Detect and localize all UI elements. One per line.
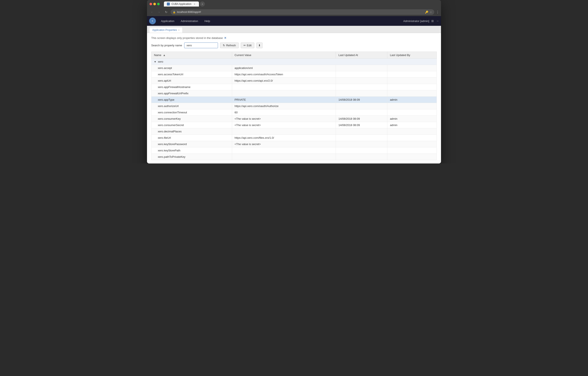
edit-button[interactable]: ✏ Edit <box>241 43 254 48</box>
address-bar[interactable]: 🔒 localhost:8080/app/#! 🔑 ☆ <box>171 9 434 15</box>
table-row[interactable]: xero.consumerKey<The value is secret>14/… <box>151 116 437 122</box>
cell-value: https://api.xero.com/oauth/AccessToken <box>232 71 336 77</box>
table-header-row: Name ▲ Current Value Last Updated At Las… <box>151 52 437 59</box>
url-text: localhost:8080/app/#! <box>177 11 201 13</box>
cell-value: <The value is secret> <box>232 116 336 122</box>
svg-text:C: C <box>152 20 153 22</box>
nav-item-administration[interactable]: Administration <box>178 18 201 24</box>
cell-value <box>232 154 336 160</box>
cell-value <box>232 128 336 135</box>
forward-button[interactable]: › <box>156 9 162 15</box>
app-nav-right: Administrator [admin] ⊞ → <box>403 19 439 23</box>
address-bar-actions: 🔑 ☆ <box>425 11 432 14</box>
screen-tab-application-properties[interactable]: Application Properties × <box>149 27 183 33</box>
minimize-button[interactable] <box>153 3 156 5</box>
cell-name: xero.authorizeUrl <box>151 103 232 109</box>
cell-updated-at <box>336 154 387 160</box>
app-navbar: C Application Administration Help Admini… <box>147 16 441 26</box>
search-input[interactable] <box>184 43 218 48</box>
column-header-updated-by[interactable]: Last Updated By <box>387 52 437 59</box>
traffic-lights <box>149 3 160 5</box>
cell-updated-at <box>336 147 387 154</box>
cell-updated-by <box>387 90 437 97</box>
cell-updated-by <box>387 128 437 135</box>
cell-name: xero.accept <box>151 65 232 71</box>
screen-tab-close-button[interactable]: × <box>178 29 179 31</box>
table-row[interactable]: xero.fileUrlhttps://api.xero.com/files.x… <box>151 135 437 141</box>
cell-updated-by <box>387 135 437 141</box>
table-row[interactable]: xero.consumerSecret<The value is secret>… <box>151 122 437 128</box>
key-icon[interactable]: 🔑 <box>425 11 428 14</box>
table-row[interactable]: xero.authorizeUrlhttps://api.xero.com/oa… <box>151 103 437 109</box>
refresh-button[interactable]: ↻ Refresh <box>220 43 239 48</box>
star-icon[interactable]: ☆ <box>430 11 432 14</box>
table-row[interactable]: xero.decimalPlaces <box>151 128 437 135</box>
cell-name: xero.consumerKey <box>151 116 232 122</box>
column-header-updated-at[interactable]: Last Updated At <box>336 52 387 59</box>
cell-updated-at <box>336 90 387 97</box>
browser-menu-button[interactable]: ⋮ <box>436 10 439 14</box>
cell-name: xero.apiUrl <box>151 77 232 84</box>
cell-updated-at: 14/08/2018 08:09 <box>336 97 387 103</box>
logo-letter: C <box>150 18 155 24</box>
cell-updated-at <box>336 141 387 147</box>
cell-updated-by <box>387 77 437 84</box>
screen-tab-label: Application Properties <box>152 29 177 32</box>
download-button[interactable]: ⬇ <box>256 43 262 48</box>
table-row[interactable]: xero.keyStorePath <box>151 147 437 154</box>
table-row[interactable]: xero.keyStorePassword<The value is secre… <box>151 141 437 147</box>
browser-controls: ‹ › ↻ 🔒 localhost:8080/app/#! 🔑 ☆ ⋮ <box>147 8 441 16</box>
cell-value <box>232 147 336 154</box>
cell-value: application/xml <box>232 65 336 71</box>
cell-updated-by <box>387 154 437 160</box>
column-header-name[interactable]: Name ▲ <box>151 52 232 59</box>
cell-updated-at <box>336 84 387 90</box>
cuba-logo-icon: C <box>150 18 155 23</box>
close-button[interactable] <box>149 3 152 5</box>
group-cell: ▼ xero <box>151 59 437 65</box>
nav-item-help[interactable]: Help <box>201 18 213 24</box>
cell-updated-by <box>387 109 437 116</box>
cell-updated-by <box>387 84 437 90</box>
table-row[interactable]: xero.connectionTimeout60 <box>151 109 437 116</box>
table-row[interactable]: xero.apiUrlhttps://api.xero.com/api.xro/… <box>151 77 437 84</box>
table-row[interactable]: xero.appFirewallUrlPrefix <box>151 90 437 97</box>
cell-updated-at <box>336 71 387 77</box>
table-row[interactable]: xero.pathToPrivateKey <box>151 154 437 160</box>
cell-value: https://api.xero.com/api.xro/2.0/ <box>232 77 336 84</box>
info-bar-close-button[interactable]: ✕ <box>224 36 226 40</box>
sort-icon: ▲ <box>163 54 166 57</box>
group-toggle-icon[interactable]: ▼ <box>154 60 156 63</box>
grid-icon[interactable]: ⊞ <box>431 19 434 23</box>
cell-updated-at <box>336 128 387 135</box>
edit-icon: ✏ <box>243 44 246 47</box>
table-row[interactable]: xero.appFirewallHostname <box>151 84 437 90</box>
active-browser-tab[interactable]: CUBA Application × <box>164 1 199 7</box>
app-nav-items: Application Administration Help <box>158 18 213 24</box>
refresh-button[interactable]: ↻ <box>163 9 169 15</box>
user-label: Administrator [admin] <box>403 20 429 23</box>
cell-name: xero.appFirewallUrlPrefix <box>151 90 232 97</box>
table-row[interactable]: xero.appTypePRIVATE14/08/2018 08:09admin <box>151 97 437 103</box>
cell-name: xero.keyStorePassword <box>151 141 232 147</box>
cell-updated-by <box>387 147 437 154</box>
cell-updated-by <box>387 65 437 71</box>
maximize-button[interactable] <box>157 3 160 5</box>
table-row[interactable]: xero.acceptapplication/xml <box>151 65 437 71</box>
download-icon: ⬇ <box>258 44 261 47</box>
info-bar-text: This screen displays only properties sto… <box>151 36 223 40</box>
arrow-icon[interactable]: → <box>436 19 439 23</box>
cell-updated-at <box>336 135 387 141</box>
group-row-xero[interactable]: ▼ xero <box>151 59 437 65</box>
new-tab-button[interactable]: + <box>200 1 205 7</box>
cell-name: xero.accessTokenUrl <box>151 71 232 77</box>
tab-close-button[interactable]: × <box>193 2 196 5</box>
column-header-value[interactable]: Current Value <box>232 52 336 59</box>
screen-tab-strip: Application Properties × <box>147 26 441 33</box>
cell-value <box>232 90 336 97</box>
data-table: Name ▲ Current Value Last Updated At Las… <box>151 52 437 160</box>
nav-item-application[interactable]: Application <box>158 18 178 24</box>
table-row[interactable]: xero.accessTokenUrlhttps://api.xero.com/… <box>151 71 437 77</box>
main-content: This screen displays only properties sto… <box>147 33 441 164</box>
back-button[interactable]: ‹ <box>149 9 155 15</box>
